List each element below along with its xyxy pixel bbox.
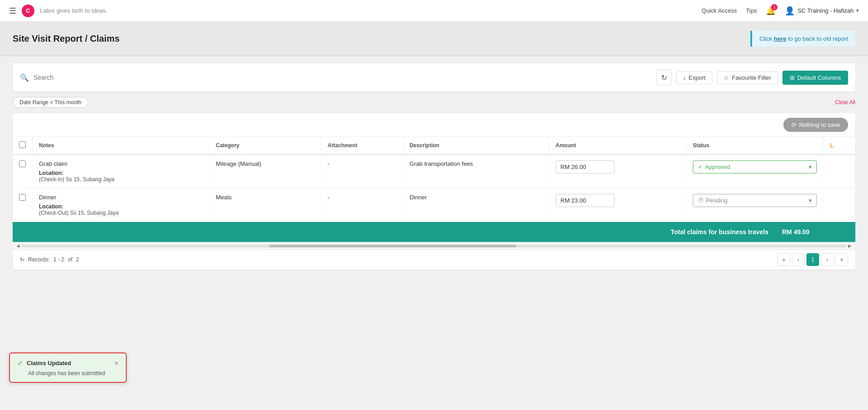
- main-content: 🔍 ↻ ↓ Export ☆ Favourite Filter ⊞ Defaul…: [0, 56, 868, 410]
- header-last-col: L: [823, 137, 855, 154]
- table-header: Notes Category Attachment Description Am…: [13, 137, 855, 154]
- notifications-bell[interactable]: 🔔 1: [766, 6, 776, 16]
- brand-logo: C: [22, 5, 34, 17]
- last-page-button[interactable]: »: [835, 253, 848, 266]
- pagination-buttons: « ‹ 1 › »: [777, 253, 848, 266]
- next-page-button[interactable]: ›: [821, 253, 834, 266]
- row1-notes-title: Grab claim: [39, 160, 203, 167]
- toast-title: Claims Updated: [27, 360, 71, 367]
- header-category: Category: [210, 137, 321, 154]
- scroll-left-icon[interactable]: ◀: [16, 243, 20, 248]
- header-amount: Amount: [549, 137, 686, 154]
- records-info: ↻ Records: 1 - 2 of 2: [20, 256, 79, 263]
- row2-status-text: ⏱ Pending: [698, 197, 728, 204]
- user-chevron-icon: ▾: [856, 8, 859, 14]
- table-body: Grab claim Location: (Check-In) Ss 15, S…: [13, 154, 855, 222]
- navbar-left: ☰ C Labor gives birth to ideas.: [9, 5, 701, 17]
- row2-checkbox-cell: [13, 188, 33, 222]
- date-range-filter-tag[interactable]: Date Range = This month: [13, 97, 88, 108]
- footer-total: RM 49.00: [776, 228, 848, 236]
- header-checkbox-cell: [13, 137, 33, 154]
- default-cols-label: Default Columns: [797, 74, 841, 81]
- toast-header: ✓ Claims Updated ×: [17, 359, 119, 367]
- row2-checkbox[interactable]: [19, 194, 26, 201]
- header-description: Description: [403, 137, 549, 154]
- row1-status-label: Approved: [705, 164, 730, 170]
- clear-all-button[interactable]: Clear All: [835, 99, 855, 106]
- search-input[interactable]: [33, 74, 652, 81]
- toast-title-row: ✓ Claims Updated: [17, 359, 71, 367]
- tips-link[interactable]: Tips: [746, 7, 757, 14]
- page-title: Site Visit Report / Claims: [13, 34, 119, 44]
- last-col-indicator: L: [830, 142, 834, 149]
- favourite-filter-button[interactable]: ☆ Favourite Filter: [717, 71, 778, 84]
- records-label: Records:: [28, 256, 50, 263]
- data-table: Notes Category Attachment Description Am…: [13, 137, 855, 222]
- row2-clock-icon: ⏱: [698, 197, 704, 204]
- toast-message: All changes has been submitted: [17, 370, 119, 376]
- refresh-button[interactable]: ↻: [656, 70, 672, 85]
- row1-status-cell: ✓ Approved ▾: [686, 154, 823, 188]
- row2-status-cell: ⏱ Pending ▾: [686, 188, 823, 222]
- back-link-banner[interactable]: Click here to go back to old report: [750, 31, 855, 47]
- page-1-button[interactable]: 1: [806, 253, 819, 266]
- row2-amount-cell: [549, 188, 686, 222]
- first-page-button[interactable]: «: [777, 253, 790, 266]
- table-footer: Total claims for business travels RM 49.…: [13, 222, 855, 242]
- row1-description: Grab transportation fees: [403, 154, 549, 188]
- search-icon: 🔍: [20, 73, 29, 82]
- default-columns-button[interactable]: ⊞ Default Columns: [782, 71, 848, 85]
- horizontal-scrollbar[interactable]: ◀ ▶: [13, 242, 855, 249]
- nothing-to-save-button: ⟳ Nothing to save: [783, 118, 848, 132]
- table-toolbar: ⟳ Nothing to save: [13, 113, 855, 137]
- scroll-track[interactable]: [22, 245, 846, 247]
- back-link-here[interactable]: here: [774, 35, 786, 42]
- table-row: Dinner Location: (Check-Out) Ss 15, Suba…: [13, 188, 855, 222]
- header-notes: Notes: [33, 137, 210, 154]
- row1-attachment: -: [321, 154, 403, 188]
- select-all-checkbox[interactable]: [19, 141, 26, 148]
- header-status: Status: [686, 137, 823, 154]
- scroll-right-icon[interactable]: ▶: [848, 243, 852, 248]
- navbar: ☰ C Labor gives birth to ideas. Quick Ac…: [0, 0, 868, 22]
- star-icon: ☆: [724, 74, 729, 81]
- footer-label: Total claims for business travels: [20, 228, 776, 236]
- brand-tagline: Labor gives birth to ideas.: [40, 7, 107, 14]
- row1-notes-cell: Grab claim Location: (Check-In) Ss 15, S…: [33, 154, 210, 188]
- row1-checkbox[interactable]: [19, 160, 26, 167]
- row1-amount-input[interactable]: [556, 160, 615, 174]
- prev-page-button[interactable]: ‹: [792, 253, 805, 266]
- row1-check-icon: ✓: [698, 164, 703, 170]
- row1-amount-cell: [549, 154, 686, 188]
- row2-amount-input[interactable]: [556, 194, 615, 207]
- pagination-bar: ↻ Records: 1 - 2 of 2 « ‹ 1 › »: [13, 249, 855, 270]
- row2-notes-location: (Check-Out) Ss 15, Subang Jaya: [39, 210, 203, 216]
- nothing-to-save-label: Nothing to save: [799, 121, 840, 128]
- export-icon: ↓: [683, 74, 686, 81]
- row2-notes-cell: Dinner Location: (Check-Out) Ss 15, Suba…: [33, 188, 210, 222]
- bell-badge: 1: [771, 4, 777, 10]
- user-menu[interactable]: 👤 SC Training - Hafizah ▾: [785, 6, 859, 16]
- row2-description: Dinner: [403, 188, 549, 222]
- records-range: 1 - 2: [53, 256, 64, 263]
- hamburger-icon[interactable]: ☰: [9, 6, 16, 16]
- scroll-thumb[interactable]: [269, 245, 517, 247]
- refresh-small-icon[interactable]: ↻: [20, 256, 24, 263]
- row2-status-chevron-icon: ▾: [809, 197, 812, 204]
- user-icon: 👤: [785, 6, 795, 16]
- refresh-icon: ↻: [661, 73, 667, 82]
- table-row: Grab claim Location: (Check-In) Ss 15, S…: [13, 154, 855, 188]
- row1-status-badge[interactable]: ✓ Approved ▾: [693, 160, 817, 174]
- table-card: ⟳ Nothing to save Notes Category Attachm…: [13, 113, 855, 270]
- row2-last-col: [823, 188, 855, 222]
- row1-status-text: ✓ Approved: [698, 164, 730, 170]
- row2-category: Meals: [210, 188, 321, 222]
- records-of: of: [68, 256, 72, 263]
- filter-bar: 🔍 ↻ ↓ Export ☆ Favourite Filter ⊞ Defaul…: [13, 63, 855, 92]
- fav-filter-label: Favourite Filter: [732, 74, 771, 81]
- save-spinner-icon: ⟳: [792, 121, 796, 128]
- row2-status-badge[interactable]: ⏱ Pending ▾: [693, 194, 817, 207]
- export-button[interactable]: ↓ Export: [676, 71, 712, 84]
- toast-close-button[interactable]: ×: [114, 359, 119, 367]
- quick-access-link[interactable]: Quick Access: [701, 7, 737, 14]
